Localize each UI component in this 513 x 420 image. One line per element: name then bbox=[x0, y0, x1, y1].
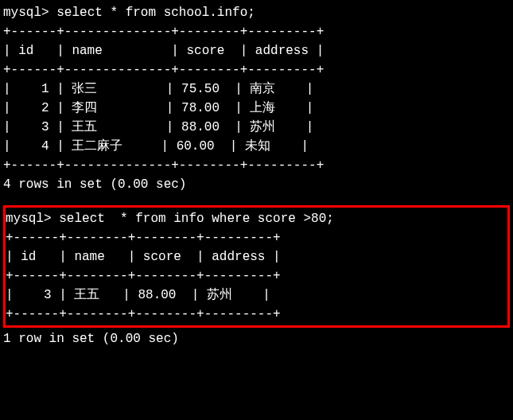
table2-header: | id | name | score | address | bbox=[6, 247, 507, 266]
mysql-prompt: mysql> bbox=[3, 6, 56, 20]
table2-border-bot: +------+--------+--------+---------+ bbox=[6, 305, 507, 324]
table1-header: | id | name | score | address | bbox=[3, 41, 510, 60]
query2-status: 1 row in set (0.00 sec) bbox=[3, 329, 510, 348]
table1-row: | 2 | 李四 | 78.00 | 上海 | bbox=[3, 99, 510, 118]
table1-border-mid: +------+--------------+--------+--------… bbox=[3, 60, 510, 80]
query1-status: 4 rows in set (0.00 sec) bbox=[3, 175, 510, 194]
terminal-output: mysql> select * from school.info; +-----… bbox=[3, 3, 510, 348]
table1-border-bot: +------+--------------+--------+--------… bbox=[3, 156, 510, 175]
table2-border-top: +------+--------+--------+---------+ bbox=[6, 228, 507, 247]
query2-sql: select * from info where score >80; bbox=[59, 212, 334, 226]
query2-line[interactable]: mysql> select * from info where score >8… bbox=[6, 209, 507, 228]
table1-row: | 3 | 王五 | 88.00 | 苏州 | bbox=[3, 118, 510, 137]
mysql-prompt: mysql> bbox=[6, 212, 59, 226]
query1-sql: select * from school.info; bbox=[56, 6, 255, 20]
table1-row: | 1 | 张三 | 75.50 | 南京 | bbox=[3, 80, 510, 99]
table1-row: | 4 | 王二麻子 | 60.00 | 未知 | bbox=[3, 137, 510, 156]
table2-border-mid: +------+--------+--------+---------+ bbox=[6, 266, 507, 286]
table1-border-top: +------+--------------+--------+--------… bbox=[3, 22, 510, 41]
table2-row: | 3 | 王五 | 88.00 | 苏州 | bbox=[6, 286, 507, 305]
highlighted-query-block: mysql> select * from info where score >8… bbox=[3, 205, 510, 328]
query1-line[interactable]: mysql> select * from school.info; bbox=[3, 3, 510, 22]
